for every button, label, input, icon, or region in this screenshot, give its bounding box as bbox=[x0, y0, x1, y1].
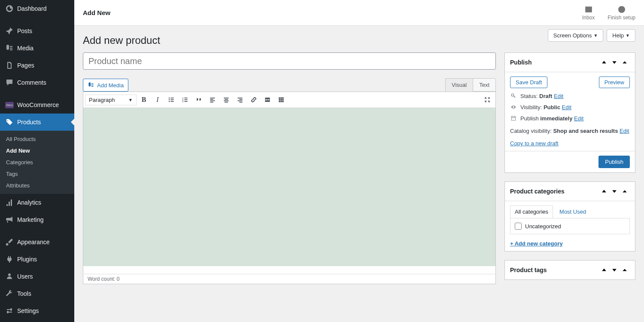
sidebar-item-comments[interactable]: Comments bbox=[0, 74, 74, 91]
inbox-icon bbox=[584, 5, 593, 14]
sidebar-item-products[interactable]: Products bbox=[0, 113, 74, 131]
woocommerce-icon: Woo bbox=[5, 101, 14, 109]
move-down-button[interactable] bbox=[609, 265, 620, 275]
sidebar-item-pages[interactable]: Pages bbox=[0, 57, 74, 74]
comment-icon bbox=[5, 78, 14, 87]
fullscreen-button[interactable] bbox=[481, 94, 494, 106]
label: Screen Options bbox=[553, 32, 592, 39]
inbox-button[interactable]: Inbox bbox=[582, 5, 595, 21]
read-more-button[interactable] bbox=[261, 94, 274, 106]
svg-rect-18 bbox=[224, 98, 228, 98]
calendar-icon bbox=[510, 115, 517, 122]
bold-button[interactable]: B bbox=[137, 94, 150, 106]
move-up-button[interactable] bbox=[599, 57, 609, 67]
svg-text:3: 3 bbox=[182, 101, 184, 103]
add-new-category-link[interactable]: + Add new category bbox=[510, 240, 563, 247]
sidebar-item-woocommerce[interactable]: Woo WooCommerce bbox=[0, 96, 74, 113]
copy-to-draft-link[interactable]: Copy to a new draft bbox=[510, 140, 559, 147]
sidebar-item-analytics[interactable]: Analytics bbox=[0, 194, 74, 211]
sidebar-item-settings[interactable]: Settings bbox=[0, 302, 74, 319]
edit-catalog-link[interactable]: Edit bbox=[620, 128, 629, 134]
label: Visibility: bbox=[520, 104, 544, 110]
svg-point-2 bbox=[169, 98, 170, 98]
finish-setup-button[interactable]: Finish setup bbox=[608, 5, 635, 21]
sidebar-label: Users bbox=[17, 273, 33, 280]
sidebar-item-posts[interactable]: Posts bbox=[0, 22, 74, 40]
screen-options-toggle[interactable]: Screen Options ▼ bbox=[548, 29, 604, 42]
align-right-button[interactable] bbox=[234, 94, 246, 106]
sidebar-label: Dashboard bbox=[17, 5, 47, 12]
publish-value: immediately bbox=[540, 115, 572, 122]
analytics-icon bbox=[5, 198, 14, 207]
brush-icon bbox=[5, 238, 14, 246]
submenu-attributes[interactable]: Attributes bbox=[0, 180, 74, 191]
sidebar-item-media[interactable]: Media bbox=[0, 40, 74, 57]
paragraph-dropdown[interactable]: Paragraph ▼ bbox=[85, 95, 137, 105]
sidebar-label: Settings bbox=[17, 307, 39, 314]
product-name-input[interactable] bbox=[83, 52, 496, 70]
submenu-all-products[interactable]: All Products bbox=[0, 133, 74, 145]
edit-publish-link[interactable]: Edit bbox=[574, 115, 583, 122]
megaphone-icon bbox=[5, 215, 14, 224]
align-center-button[interactable] bbox=[220, 94, 233, 106]
submenu-categories[interactable]: Categories bbox=[0, 156, 74, 168]
submenu-tags[interactable]: Tags bbox=[0, 168, 74, 180]
blockquote-button[interactable] bbox=[192, 94, 205, 106]
numbered-list-button[interactable]: 123 bbox=[179, 94, 191, 106]
svg-point-40 bbox=[511, 94, 514, 96]
svg-rect-23 bbox=[239, 99, 242, 100]
sidebar-item-tools[interactable]: Tools bbox=[0, 285, 74, 302]
svg-rect-5 bbox=[170, 99, 173, 100]
submenu-add-new[interactable]: Add New bbox=[0, 145, 74, 156]
publish-button[interactable]: Publish bbox=[598, 156, 630, 168]
cat-tab-most-used[interactable]: Most Used bbox=[555, 205, 591, 218]
caret-down-icon: ▼ bbox=[128, 98, 133, 102]
sidebar-label: Marketing bbox=[17, 216, 43, 223]
svg-rect-11 bbox=[184, 99, 187, 100]
move-up-button[interactable] bbox=[599, 265, 609, 275]
editor-tab-text[interactable]: Text bbox=[473, 78, 496, 92]
collapse-button[interactable] bbox=[620, 57, 630, 67]
category-label: Uncategorized bbox=[525, 223, 561, 230]
sidebar-item-appearance[interactable]: Appearance bbox=[0, 233, 74, 251]
editor-tab-visual[interactable]: Visual bbox=[445, 78, 473, 92]
sidebar-item-users[interactable]: Users bbox=[0, 268, 74, 285]
sidebar-label: Analytics bbox=[17, 199, 41, 206]
preview-button[interactable]: Preview bbox=[599, 77, 630, 88]
svg-rect-26 bbox=[265, 98, 270, 99]
sidebar-label: Tools bbox=[17, 290, 31, 297]
sidebar-label: Posts bbox=[17, 28, 32, 34]
sidebar-label: Appearance bbox=[17, 239, 50, 245]
align-left-button[interactable] bbox=[206, 94, 219, 106]
category-uncategorized[interactable]: Uncategorized bbox=[515, 223, 625, 230]
svg-rect-19 bbox=[225, 99, 228, 100]
category-checkbox[interactable] bbox=[515, 223, 522, 230]
cat-tab-all[interactable]: All categories bbox=[510, 205, 553, 218]
svg-rect-27 bbox=[265, 99, 266, 100]
svg-rect-17 bbox=[210, 102, 213, 103]
collapse-button[interactable] bbox=[620, 265, 630, 275]
svg-rect-32 bbox=[280, 97, 282, 98]
label: Add Media bbox=[97, 82, 124, 89]
edit-visibility-link[interactable]: Edit bbox=[562, 104, 571, 110]
edit-status-link[interactable]: Edit bbox=[554, 93, 563, 99]
eye-icon bbox=[510, 104, 517, 110]
svg-point-4 bbox=[169, 99, 170, 100]
help-toggle[interactable]: Help ▼ bbox=[607, 29, 635, 42]
move-down-button[interactable] bbox=[609, 186, 620, 196]
toolbar-toggle-button[interactable] bbox=[275, 94, 288, 106]
italic-button[interactable]: I bbox=[151, 94, 164, 106]
link-button[interactable] bbox=[247, 94, 260, 106]
move-up-button[interactable] bbox=[599, 186, 609, 196]
collapse-button[interactable] bbox=[620, 186, 630, 196]
save-draft-button[interactable]: Save Draft bbox=[510, 77, 547, 88]
editor-content[interactable] bbox=[83, 108, 496, 266]
caret-down-icon: ▼ bbox=[626, 33, 630, 38]
sidebar-item-marketing[interactable]: Marketing bbox=[0, 211, 74, 228]
sidebar-item-plugins[interactable]: Plugins bbox=[0, 251, 74, 268]
add-media-button[interactable]: Add Media bbox=[83, 79, 128, 92]
metabox-title: Product categories bbox=[510, 188, 565, 195]
move-down-button[interactable] bbox=[609, 57, 620, 67]
bullet-list-button[interactable] bbox=[165, 94, 178, 106]
sidebar-item-dashboard[interactable]: Dashboard bbox=[0, 0, 74, 17]
